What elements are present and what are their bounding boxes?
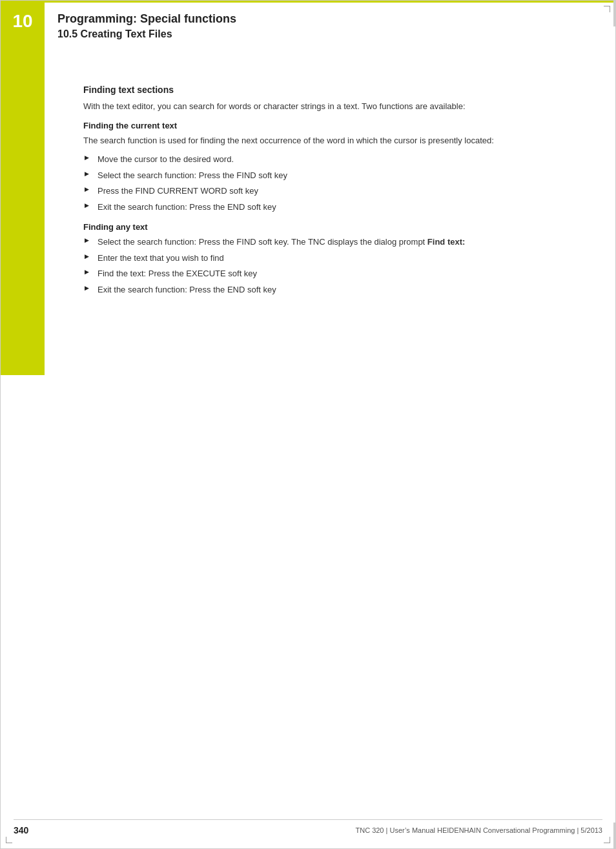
footer-page-number: 340 xyxy=(14,825,28,835)
chapter-sidebar: 10 xyxy=(1,1,45,375)
bullet-item: Find the text: Press the EXECUTE soft ke… xyxy=(83,267,570,280)
right-border-bottom xyxy=(613,823,615,848)
bullet-item: Select the search function: Press the FI… xyxy=(83,236,570,249)
bullet-item: Exit the search function: Press the END … xyxy=(83,283,570,296)
page-footer: 340 TNC 320 | User’s Manual HEIDENHAIN C… xyxy=(14,819,602,835)
finding-any-text-heading: Finding any text xyxy=(83,222,570,232)
chapter-number: 10 xyxy=(12,12,32,30)
bold-find-text: Find text: xyxy=(427,237,466,247)
intro-text: With the text editor, you can search for… xyxy=(83,100,570,113)
bullet-item: Enter the text that you wish to find xyxy=(83,252,570,265)
corner-mark-br xyxy=(604,837,610,843)
corner-mark-tr xyxy=(604,6,610,12)
right-border-top xyxy=(613,1,615,26)
corner-mark-bl xyxy=(6,837,12,843)
finding-current-text-heading: Finding the current text xyxy=(83,121,570,130)
bullet-item: Exit the search function: Press the END … xyxy=(83,201,570,214)
finding-text-sections-heading: Finding text sections xyxy=(83,85,570,95)
finding-any-text-bullets: Select the search function: Press the FI… xyxy=(83,236,570,296)
bullet-item: Move the cursor to the desired word. xyxy=(83,153,570,166)
main-content: Finding text sections With the text edit… xyxy=(45,65,602,331)
bullet-item: Select the search function: Press the FI… xyxy=(83,169,570,182)
chapter-title: Programming: Special functions xyxy=(57,12,590,26)
section-title: 10.5 Creating Text Files xyxy=(57,28,590,40)
page-header: Programming: Special functions 10.5 Crea… xyxy=(45,1,602,48)
footer-text: TNC 320 | User’s Manual HEIDENHAIN Conve… xyxy=(355,826,602,834)
finding-current-text-bullets: Move the cursor to the desired word. Sel… xyxy=(83,153,570,213)
page-container: 10 Programming: Special functions 10.5 C… xyxy=(0,0,616,849)
bullet-item: Press the FIND CURRENT WORD soft key xyxy=(83,185,570,198)
finding-current-text-desc: The search function is used for finding … xyxy=(83,134,570,147)
